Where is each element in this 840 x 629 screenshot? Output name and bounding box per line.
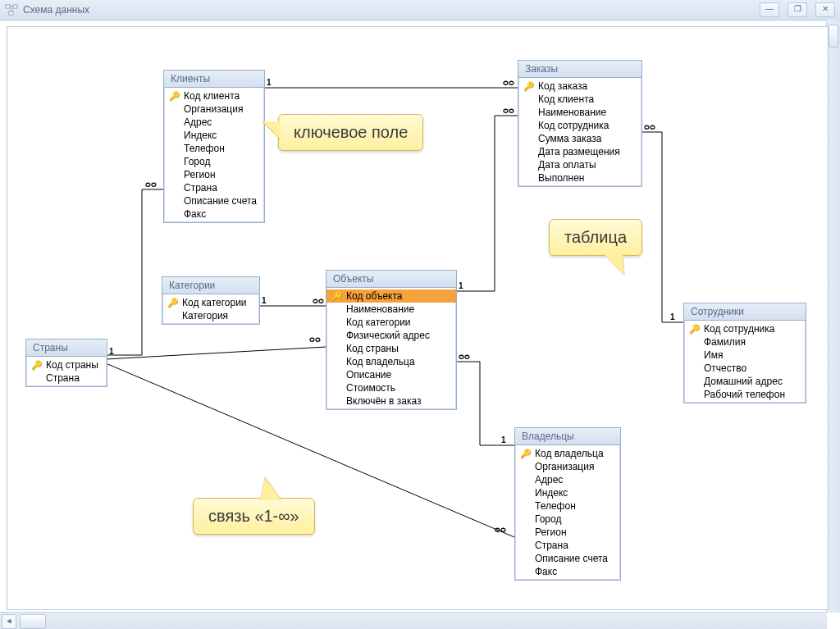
field-icon: 🔑 (169, 104, 180, 115)
table-field[interactable]: 🔑Код страны (26, 358, 107, 371)
table-field[interactable]: 🔑Описание счета (164, 194, 264, 207)
field-name: Код сотрудника (704, 323, 774, 335)
field-name: Дата размещения (538, 146, 620, 157)
table-field[interactable]: 🔑Наименование (326, 303, 456, 316)
field-icon: 🔑 (169, 209, 180, 220)
table-field[interactable]: 🔑Код владельца (515, 447, 620, 460)
field-name: Наименование (538, 107, 606, 118)
table-categories[interactable]: Категории 🔑Код категории🔑Категория (162, 276, 260, 325)
restore-button[interactable]: ❐ (788, 2, 807, 17)
table-employees[interactable]: Сотрудники 🔑Код сотрудника🔑Фамилия🔑Имя🔑О… (683, 303, 806, 403)
table-field[interactable]: 🔑Телефон (164, 142, 264, 155)
relationships-icon (5, 3, 18, 16)
field-icon: 🔑 (523, 121, 535, 131)
scroll-left-arrow[interactable]: ◄ (2, 614, 16, 629)
titlebar[interactable]: Схема данных — ❐ ✕ (0, 0, 840, 21)
field-icon: 🔑 (169, 170, 180, 180)
table-header[interactable]: Владельцы (515, 428, 620, 445)
table-field[interactable]: 🔑Страна (515, 539, 620, 552)
table-field[interactable]: 🔑Фамилия (684, 335, 806, 349)
table-field[interactable]: 🔑Описание (326, 368, 456, 381)
table-field[interactable]: 🔑Город (164, 155, 264, 168)
table-field[interactable]: 🔑Факс (164, 207, 264, 221)
table-header[interactable]: Страны (26, 340, 107, 357)
field-icon: 🔑 (520, 514, 532, 525)
table-header[interactable]: Клиенты (164, 71, 264, 88)
callout-table: таблица (549, 219, 642, 256)
table-field[interactable]: 🔑Страна (164, 181, 264, 194)
table-field[interactable]: 🔑Отчество (684, 362, 806, 375)
table-owners[interactable]: Владельцы 🔑Код владельца🔑Организация🔑Адр… (514, 427, 621, 581)
table-field[interactable]: 🔑Город (515, 513, 620, 526)
primary-key-icon: 🔑 (167, 298, 179, 308)
hscroll-thumb[interactable] (20, 614, 46, 629)
table-field[interactable]: 🔑Сумма заказа (518, 132, 641, 145)
table-clients[interactable]: Клиенты 🔑Код клиента🔑Организация🔑Адрес🔑И… (163, 70, 265, 223)
table-field[interactable]: 🔑Организация (515, 460, 620, 473)
table-field[interactable]: 🔑Код клиента (164, 89, 264, 103)
table-field[interactable]: 🔑Код категории (326, 316, 456, 329)
table-field[interactable]: 🔑Телефон (515, 499, 620, 513)
table-field[interactable]: 🔑Дата размещения (518, 145, 641, 158)
table-field[interactable]: 🔑Стоимость (326, 381, 456, 394)
table-field[interactable]: 🔑Рабочий телефон (684, 388, 806, 401)
table-field[interactable]: 🔑Код заказа (518, 80, 641, 93)
table-field[interactable]: 🔑Индекс (515, 486, 620, 499)
table-header[interactable]: Объекты (326, 271, 456, 288)
table-field[interactable]: 🔑Код сотрудника (518, 119, 641, 132)
field-name: Стоимость (346, 382, 395, 394)
scroll-thumb[interactable] (829, 25, 838, 48)
table-header[interactable]: Категории (162, 277, 259, 294)
table-field[interactable]: 🔑Регион (164, 168, 264, 181)
table-field[interactable]: 🔑Страна (26, 371, 107, 385)
table-field[interactable]: 🔑Физический адрес (326, 329, 456, 342)
field-name: Категория (182, 310, 228, 321)
table-field[interactable]: 🔑Код владельца (326, 355, 456, 368)
table-countries[interactable]: Страны 🔑Код страны🔑Страна (25, 339, 107, 387)
table-field[interactable]: 🔑Выполнен (518, 171, 641, 185)
field-icon: 🔑 (523, 147, 535, 157)
table-field[interactable]: 🔑Индекс (164, 129, 264, 142)
close-button[interactable]: ✕ (815, 2, 835, 17)
table-header[interactable]: Заказы (518, 61, 641, 78)
table-field[interactable]: 🔑Код объекта (326, 289, 456, 303)
design-canvas[interactable]: 1 ᴑᴑ ᴑᴑ 1 ᴑᴑ ᴑᴑ 1 ᴑᴑ 1 ᴑᴑ 1 ᴑᴑ 1 ᴑᴑ Клие… (7, 26, 829, 610)
horizontal-scrollbar[interactable]: ◄ (0, 612, 827, 629)
table-field[interactable]: 🔑Имя (684, 349, 806, 362)
field-name: Организация (535, 461, 594, 472)
field-icon: 🔑 (520, 540, 532, 551)
table-header[interactable]: Сотрудники (684, 303, 806, 321)
field-name: Описание счета (535, 553, 608, 564)
field-icon: 🔑 (689, 363, 701, 374)
field-icon: 🔑 (689, 376, 701, 387)
table-field[interactable]: 🔑Домашний адрес (684, 375, 806, 388)
table-field[interactable]: 🔑Код сотрудника (684, 322, 806, 335)
card-one: 1 (262, 296, 267, 305)
field-name: Факс (184, 208, 206, 220)
table-field[interactable]: 🔑Адрес (515, 473, 620, 486)
table-field[interactable]: 🔑Описание счета (515, 552, 620, 565)
table-orders[interactable]: Заказы 🔑Код заказа🔑Код клиента🔑Наименова… (518, 60, 642, 187)
table-objects[interactable]: Объекты 🔑Код объекта🔑Наименование🔑Код ка… (326, 270, 457, 410)
field-icon: 🔑 (520, 488, 532, 499)
table-field[interactable]: 🔑Регион (515, 526, 620, 539)
table-field[interactable]: 🔑Категория (162, 309, 259, 322)
table-field[interactable]: 🔑Код страны (326, 342, 456, 355)
table-rows: 🔑Код сотрудника🔑Фамилия🔑Имя🔑Отчество🔑Дом… (684, 321, 806, 403)
field-name: Регион (184, 169, 216, 180)
table-field[interactable]: 🔑Включён в заказ (326, 394, 456, 408)
field-name: Код страны (46, 359, 98, 371)
table-field[interactable]: 🔑Факс (515, 565, 620, 578)
field-name: Рабочий телефон (704, 389, 785, 400)
field-icon: 🔑 (523, 134, 535, 144)
table-field[interactable]: 🔑Дата оплаты (518, 158, 641, 171)
minimize-button[interactable]: — (760, 2, 779, 17)
table-field[interactable]: 🔑Организация (164, 103, 264, 116)
card-one: 1 (670, 312, 675, 321)
table-field[interactable]: 🔑Код категории (162, 296, 259, 309)
table-field[interactable]: 🔑Адрес (164, 116, 264, 129)
table-field[interactable]: 🔑Наименование (518, 106, 641, 119)
primary-key-icon: 🔑 (169, 91, 180, 102)
field-icon: 🔑 (523, 107, 535, 118)
table-field[interactable]: 🔑Код клиента (518, 93, 641, 106)
